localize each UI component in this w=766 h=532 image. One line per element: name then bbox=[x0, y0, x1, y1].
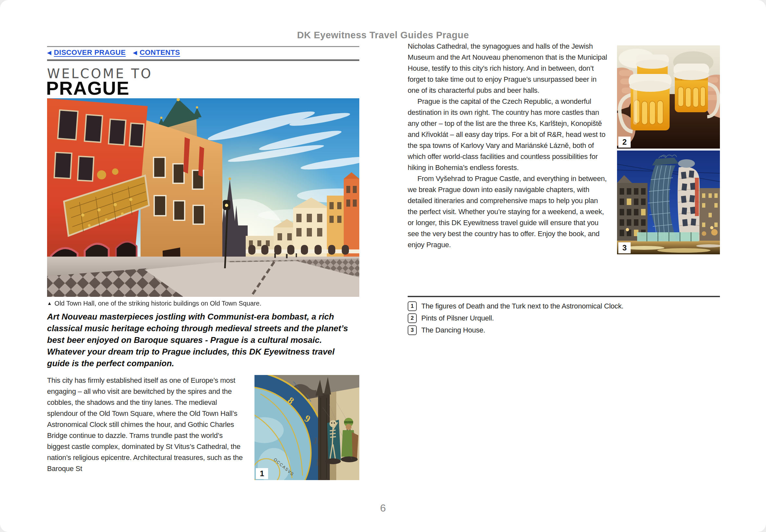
figure-caption-rule bbox=[408, 296, 720, 297]
hero-caption: ▲Old Town Hall, one of the striking hist… bbox=[47, 300, 359, 307]
figure-caption-text: The Dancing House. bbox=[421, 326, 485, 334]
figure-caption-row: 3 The Dancing House. bbox=[408, 325, 720, 335]
nav-link-discover-prague[interactable]: ◀ DISCOVER PRAGUE bbox=[47, 48, 126, 57]
page-title: PRAGUE bbox=[46, 77, 129, 99]
caption-triangle-icon: ▲ bbox=[47, 300, 52, 306]
intro-paragraph: Art Nouveau masterpieces jostling with C… bbox=[47, 311, 359, 369]
back-arrow-icon: ◀ bbox=[133, 50, 137, 55]
figure-caption-list: 1 The figures of Death and the Turk next… bbox=[408, 301, 720, 337]
pilsner-beer-photo: 2 bbox=[617, 45, 720, 149]
nav-rule-bottom bbox=[47, 59, 359, 61]
nav-link-label: DISCOVER PRAGUE bbox=[54, 48, 126, 57]
dancing-house-photo: 3 bbox=[617, 151, 720, 254]
book-page: DK Eyewitness Travel Guides Prague ◀ DIS… bbox=[0, 0, 766, 532]
page-number: 6 bbox=[0, 502, 766, 514]
figure-number-box: 2 bbox=[408, 313, 417, 323]
photo-number-badge: 2 bbox=[618, 137, 631, 148]
right-column: 2 bbox=[408, 41, 720, 257]
nav-link-contents[interactable]: ◀ CONTENTS bbox=[133, 48, 180, 57]
photo-number-badge: 1 bbox=[256, 468, 268, 479]
photo-number-badge: 3 bbox=[618, 242, 631, 253]
figure-number-box: 3 bbox=[408, 325, 417, 335]
figure-caption-row: 2 Pints of Pilsner Urquell. bbox=[408, 313, 720, 323]
old-town-square-photo bbox=[47, 98, 359, 297]
running-header: DK Eyewitness Travel Guides Prague bbox=[0, 30, 766, 41]
figure-number-box: 1 bbox=[408, 301, 417, 311]
nav-link-label: CONTENTS bbox=[140, 48, 180, 57]
astronomical-clock-photo: 8 9 10 11 OCCASVS bbox=[254, 375, 359, 480]
figure-caption-text: Pints of Pilsner Urquell. bbox=[421, 314, 494, 322]
figure-caption-row: 1 The figures of Death and the Turk next… bbox=[408, 301, 720, 311]
ebook-nav: ◀ DISCOVER PRAGUE ◀ CONTENTS bbox=[47, 48, 180, 57]
back-arrow-icon: ◀ bbox=[47, 50, 51, 55]
nav-rule-top bbox=[47, 46, 359, 47]
left-column: 8 9 10 11 OCCASVS bbox=[47, 375, 359, 483]
hero-caption-text: Old Town Hall, one of the striking histo… bbox=[55, 300, 261, 307]
figure-caption-text: The figures of Death and the Turk next t… bbox=[421, 302, 624, 310]
